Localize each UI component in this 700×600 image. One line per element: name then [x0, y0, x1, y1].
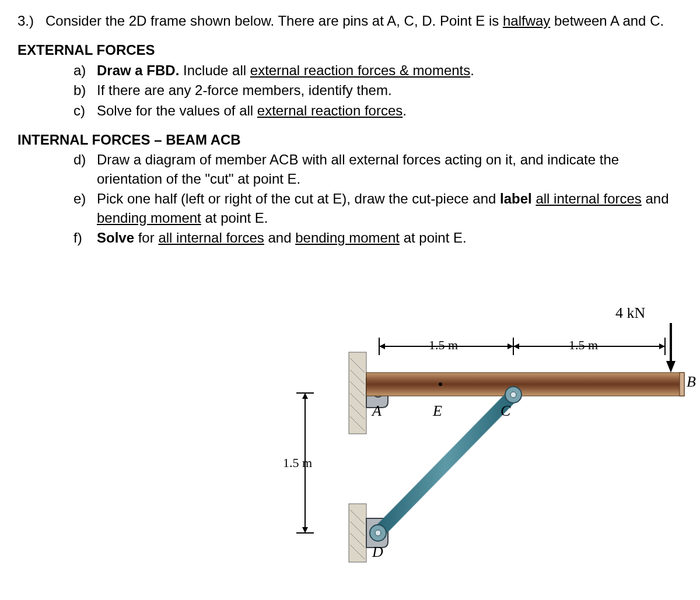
item-letter: a) [74, 61, 97, 80]
item-text: Pick one half (left or right of the cut … [97, 190, 682, 227]
list-item: b)If there are any 2-force members, iden… [74, 81, 682, 100]
section-external-list: a)Draw a FBD. Include all external react… [18, 61, 682, 120]
question-number: 3.) [18, 12, 46, 30]
list-item: e)Pick one half (left or right of the cu… [74, 190, 682, 227]
list-item: f)Solve for all internal forces and bend… [74, 229, 682, 247]
svg-rect-25 [680, 373, 684, 396]
svg-point-34 [510, 392, 516, 398]
svg-rect-17 [349, 504, 366, 562]
svg-rect-10 [349, 352, 366, 434]
item-letter: b) [74, 81, 97, 100]
list-item: d)Draw a diagram of member ACB with all … [74, 150, 682, 188]
problem-intro: 3.) Consider the 2D frame shown below. T… [18, 12, 682, 30]
intro-text-2: between A and C. [550, 13, 664, 29]
item-text: Draw a diagram of member ACB with all ex… [97, 150, 682, 188]
label-A: A [372, 401, 382, 421]
item-text: Solve for all internal forces and bendin… [97, 229, 682, 247]
section-internal-header: INTERNAL FORCES – BEAM ACB [18, 131, 682, 149]
label-D: D [372, 542, 383, 562]
svg-point-28 [439, 383, 442, 386]
intro-text-1: Consider the 2D frame shown below. There… [46, 13, 503, 29]
item-text: Solve for the values of all external rea… [97, 101, 682, 120]
dim-ad: 1.5 m [283, 454, 312, 472]
svg-marker-9 [666, 361, 676, 373]
label-E: E [433, 401, 442, 421]
item-letter: d) [74, 150, 97, 188]
svg-rect-24 [366, 373, 684, 396]
question-text: Consider the 2D frame shown below. There… [46, 12, 682, 30]
list-item: a)Draw a FBD. Include all external react… [74, 61, 682, 80]
item-text: If there are any 2-force members, identi… [97, 81, 682, 100]
dim-ac: 1.5 m [429, 336, 458, 354]
item-letter: e) [74, 190, 97, 227]
label-C: C [501, 401, 510, 421]
frame-diagram: 4 kN 1.5 m 1.5 m 1.5 m A E C B D [268, 303, 694, 565]
intro-underlined: halfway [503, 13, 550, 29]
item-letter: f) [74, 229, 97, 247]
dim-cb: 1.5 m [569, 336, 598, 354]
item-text: Draw a FBD. Include all external reactio… [97, 61, 682, 80]
label-B: B [687, 371, 696, 392]
section-internal-list: d)Draw a diagram of member ACB with all … [18, 150, 682, 247]
item-letter: c) [74, 101, 97, 120]
svg-point-33 [375, 530, 381, 536]
diagram-svg [268, 303, 694, 565]
list-item: c)Solve for the values of all external r… [74, 101, 682, 120]
force-label: 4 kN [615, 303, 645, 323]
section-external-header: EXTERNAL FORCES [18, 41, 682, 59]
svg-line-30 [378, 395, 513, 533]
